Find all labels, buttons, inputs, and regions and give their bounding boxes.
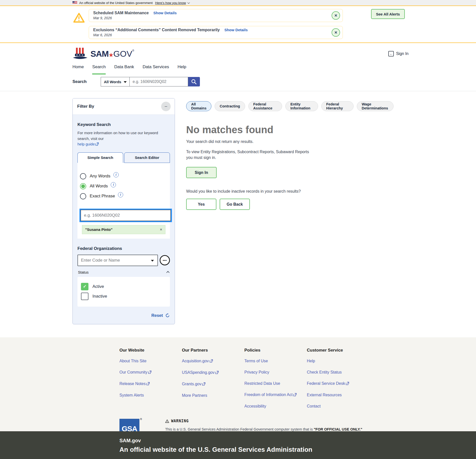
info-icon[interactable]: i — [111, 182, 116, 187]
checkbox-label: Active — [92, 284, 104, 289]
external-link-icon — [215, 371, 219, 375]
show-details-link[interactable]: Show Details — [224, 28, 248, 32]
collapse-filters-button[interactable]: − — [161, 102, 171, 111]
filter-body: Keyword Search For more information on h… — [73, 122, 175, 324]
alert-close-button[interactable]: × — [332, 28, 340, 37]
footer-link-federal-service-desk[interactable]: Federal Service Desk — [307, 381, 369, 386]
radio-exact-phrase[interactable] — [80, 193, 86, 199]
more-org-options-button[interactable]: ••• — [160, 255, 170, 265]
external-link-icon — [210, 359, 213, 364]
filter-panel: Filter By − Keyword Search For more info… — [72, 98, 175, 324]
footer-link-contact[interactable]: Contact — [307, 404, 369, 409]
reset-row: Reset — [77, 313, 170, 318]
nav-item-data-services[interactable]: Data Services — [143, 64, 169, 74]
info-icon[interactable]: i — [118, 192, 123, 197]
info-icon[interactable]: i — [113, 172, 119, 177]
footer-link-external-resources[interactable]: External Resources — [307, 393, 369, 397]
go-back-button[interactable]: Go Back — [220, 199, 250, 210]
chip-federal-assistance[interactable]: Federal Assistance — [248, 101, 282, 111]
sign-in-label: Sign In — [396, 51, 409, 56]
chip-contracting[interactable]: Contracting — [215, 101, 245, 111]
footer-link-about-this-site[interactable]: About This Site — [119, 359, 182, 363]
chip-wage-determinations[interactable]: Wage Determinations — [357, 101, 394, 111]
alert-close-button[interactable]: × — [332, 11, 340, 20]
status-label: Status — [78, 270, 89, 274]
footer-link-system-alerts[interactable]: System Alerts — [119, 393, 182, 398]
chevron-up-icon — [166, 271, 170, 274]
checkbox-label: Inactive — [92, 294, 107, 299]
footer-link-restricted-data-use[interactable]: Restricted Data Use — [244, 381, 307, 386]
radio-row-all-words[interactable]: All Words i — [80, 183, 167, 189]
checkbox-active[interactable]: ✓ — [81, 283, 88, 290]
see-all-alerts-button[interactable]: See All Alerts — [371, 9, 405, 19]
search-button[interactable] — [188, 77, 200, 86]
remove-tag-icon[interactable]: × — [160, 227, 162, 232]
domain-chips: All Domains Contracting Federal Assistan… — [186, 101, 394, 111]
refresh-icon[interactable] — [165, 313, 170, 318]
sign-in-button[interactable]: Sign In — [186, 167, 217, 178]
gov-banner-text: An official website of the United States… — [79, 1, 153, 5]
footer-link-privacy-policy[interactable]: Privacy Policy — [244, 370, 307, 375]
tab-simple-search[interactable]: Simple Search — [77, 152, 123, 163]
chip-all-domains[interactable]: All Domains — [186, 101, 211, 111]
footer-col-our-partners: Our Partners Acquisition.gov USASpending… — [182, 348, 244, 415]
warning-triangle-icon — [73, 12, 85, 23]
footer-link-release-notes[interactable]: Release Notes — [119, 382, 182, 386]
footer-link-help[interactable]: Help — [307, 359, 369, 363]
radio-row-any-words[interactable]: Any Words i — [80, 173, 167, 179]
keyword-input[interactable] — [80, 210, 171, 221]
footer-link-our-community[interactable]: Our Community — [119, 370, 182, 375]
star-icon: ★ — [109, 52, 113, 58]
search-icon — [191, 79, 197, 85]
radio-any-words[interactable] — [80, 173, 86, 179]
footer-link-accessibility[interactable]: Accessibility — [244, 404, 307, 409]
minus-icon: − — [164, 104, 167, 109]
chip-federal-hierarchy[interactable]: Federal Hierarchy — [321, 101, 354, 111]
footer-link-acquisition-gov[interactable]: Acquisition.gov — [182, 359, 244, 364]
nav-item-search[interactable]: Search — [92, 64, 106, 74]
alert-title: Exclusions “Additional Comments” Content… — [93, 28, 220, 32]
status-header[interactable]: Status — [77, 270, 170, 274]
chip-entity-information[interactable]: Entity Information — [285, 101, 318, 111]
status-option-inactive[interactable]: Inactive — [81, 293, 166, 300]
radio-all-words[interactable] — [80, 183, 86, 189]
how-you-know-link[interactable]: Here's how you know — [155, 1, 186, 5]
show-details-link[interactable]: Show Details — [153, 11, 177, 15]
chevron-down-icon — [187, 1, 190, 4]
footer-link-foia[interactable]: Freedom of Information Act — [244, 393, 307, 397]
checkbox-inactive[interactable] — [81, 293, 88, 300]
nav-item-data-bank[interactable]: Data Bank — [114, 64, 134, 74]
brand-text: SAM★GOV® — [90, 49, 134, 59]
nav-item-help[interactable]: Help — [177, 64, 186, 74]
nav-item-home[interactable]: Home — [72, 64, 84, 74]
search-input[interactable] — [130, 77, 188, 86]
alert-date: Mar 9, 2026 — [93, 16, 325, 20]
chevron-down-icon — [124, 81, 127, 83]
federal-org-select[interactable]: Enter Code or Name — [77, 255, 158, 266]
keyword-search-info: For more information on how to use our k… — [77, 130, 170, 147]
inactive-records-question: Would you like to include inactive recor… — [186, 189, 394, 194]
header-sign-in[interactable]: ← Sign In — [388, 51, 409, 56]
footer-link-usaspending-gov[interactable]: USASpending.gov — [182, 370, 244, 375]
footer-col-policies: Policies Terms of Use Privacy Policy Res… — [244, 348, 307, 415]
yes-button[interactable]: Yes — [186, 199, 216, 210]
federal-organizations-row: Enter Code or Name ••• — [77, 255, 170, 266]
footer-link-terms-of-use[interactable]: Terms of Use — [244, 359, 307, 363]
help-guide-link[interactable]: help guide — [77, 142, 95, 146]
alerts-section: Scheduled SAM Maintenance Show Details M… — [0, 6, 476, 43]
footer-col-title: Customer Service — [307, 348, 369, 353]
search-mode-select[interactable]: All Words — [101, 77, 130, 86]
radio-row-exact-phrase[interactable]: Exact Phrase i — [80, 193, 167, 199]
footer-link-more-partners[interactable]: More Partners — [182, 393, 244, 398]
footer-link-check-entity-status[interactable]: Check Entity Status — [307, 370, 369, 375]
sam-gov-logo[interactable]: SAM★GOV® — [72, 47, 134, 60]
footer-col-title: Our Partners — [182, 348, 244, 353]
status-option-active[interactable]: ✓ Active — [81, 283, 166, 290]
alert-card: Scheduled SAM Maintenance Show Details M… — [89, 9, 343, 22]
search-mode-value: All Words — [104, 80, 121, 84]
reset-link[interactable]: Reset — [151, 313, 163, 318]
footer-columns: Our Website About This Site Our Communit… — [119, 348, 476, 415]
tab-search-editor[interactable]: Search Editor — [124, 152, 170, 163]
site-header: SAM★GOV® ← Sign In — [0, 43, 476, 64]
footer-link-grants-gov[interactable]: Grants.gov — [182, 382, 244, 387]
